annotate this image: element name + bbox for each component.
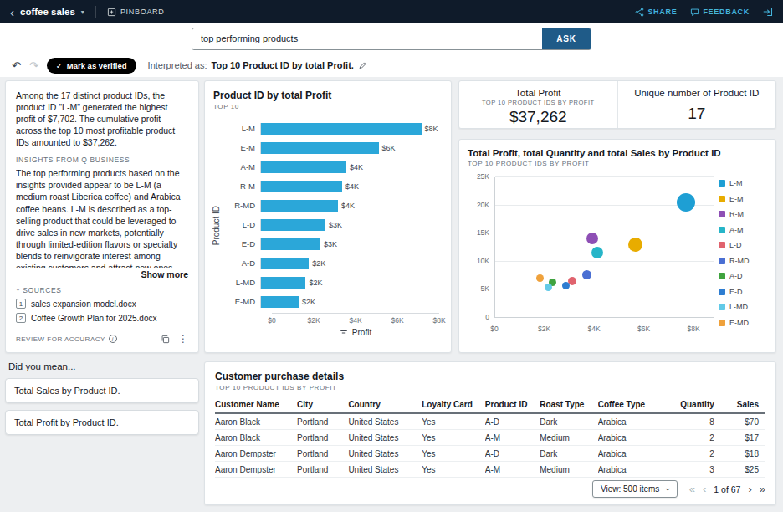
column-header[interactable]: Country — [348, 396, 422, 413]
ask-button[interactable]: ASK — [542, 28, 591, 49]
sign-out-button[interactable] — [763, 7, 773, 17]
bar[interactable] — [261, 277, 305, 289]
chevron-down-icon[interactable]: ▾ — [81, 8, 84, 16]
page-indicator: 1 of 67 — [714, 484, 740, 494]
bar-value-label: $4K — [345, 182, 359, 191]
scatter-point-E-M[interactable] — [628, 238, 642, 252]
bar-row[interactable]: A-M$4K — [225, 157, 443, 176]
bar[interactable] — [261, 219, 325, 231]
bar-row[interactable]: E-MD$2K — [225, 292, 443, 311]
bar-row[interactable]: L-D$3K — [225, 215, 443, 234]
scatter-point-A-M[interactable] — [591, 247, 603, 258]
column-header[interactable]: Roast Type — [540, 396, 597, 413]
bar-row[interactable]: A-D$2K — [225, 253, 443, 273]
column-header[interactable]: Loyalty Card — [422, 396, 485, 413]
bar-row[interactable]: L-M$8K — [225, 119, 443, 138]
next-page-icon[interactable]: › — [748, 483, 751, 494]
column-header[interactable]: Quantity — [670, 396, 721, 413]
view-items-dropdown[interactable]: View: 500 items › — [592, 480, 678, 498]
source-number: 2 — [16, 313, 26, 323]
feedback-button[interactable]: FEEDBACK — [690, 8, 750, 17]
copy-icon[interactable] — [161, 335, 170, 344]
bar-row[interactable]: L-MD$2K — [225, 273, 443, 292]
column-header[interactable]: Sales — [721, 396, 765, 413]
column-header[interactable]: Customer Name — [215, 396, 297, 413]
mark-as-verified-button[interactable]: ✓ Mark as verified — [47, 58, 136, 74]
column-header[interactable]: Product ID — [485, 396, 540, 413]
back-icon[interactable]: ‹ — [10, 6, 14, 18]
bar-value-label: $2K — [309, 279, 322, 287]
legend-item[interactable]: L-M — [719, 179, 767, 187]
scatter-point-L-M[interactable] — [677, 193, 695, 212]
chevron-down-icon: › — [14, 289, 21, 291]
legend-label: E-D — [729, 288, 743, 296]
info-icon[interactable]: i — [109, 335, 117, 343]
scatter-point-R-M[interactable] — [586, 233, 598, 244]
scatter-plot — [494, 177, 714, 318]
table-cell: Medium — [540, 462, 597, 478]
bar[interactable] — [261, 238, 320, 250]
bar-row[interactable]: R-MD$4K — [225, 196, 443, 215]
y-tick-label: 15K — [477, 228, 489, 237]
kebab-menu-icon[interactable]: ⋮ — [178, 334, 188, 344]
bar[interactable] — [261, 142, 379, 154]
last-page-icon[interactable]: » — [760, 483, 765, 494]
table-cell: Arabica — [598, 462, 670, 478]
scatter-chart-title: Total Profit, total Quantity and total S… — [468, 148, 767, 158]
bar-rows: L-M$8KE-M$6KA-M$4KR-M$4KR-MD$4KL-D$3KE-D… — [225, 119, 443, 311]
share-button[interactable]: SHARE — [635, 8, 677, 17]
suggestion-card[interactable]: Total Sales by Product ID. — [5, 378, 199, 403]
source-item[interactable]: 2Coffee Growth Plan for 2025.docx — [16, 313, 188, 323]
legend-item[interactable]: A-D — [719, 272, 767, 280]
column-header[interactable]: Coffee Type — [598, 396, 670, 413]
table-scroll-area[interactable]: Customer NameCityCountryLoyalty CardProd… — [215, 396, 765, 478]
search-input[interactable] — [192, 33, 542, 43]
bar-track: $2K — [260, 296, 427, 308]
bar[interactable] — [261, 258, 309, 269]
sort-icon[interactable] — [340, 329, 348, 337]
table-cell: Aaron Black — [215, 430, 297, 446]
legend-item[interactable]: E-MD — [719, 319, 767, 327]
undo-icon[interactable]: ↶ — [12, 59, 21, 72]
bar-category-label: L-MD — [225, 278, 260, 287]
legend-item[interactable]: E-D — [719, 288, 767, 296]
legend-item[interactable]: A-M — [719, 226, 767, 234]
bar-row[interactable]: E-M$6K — [225, 138, 443, 157]
scatter-point-L-MD[interactable] — [545, 284, 552, 291]
suggestion-card[interactable]: Total Profit by Product ID. — [5, 410, 199, 435]
bar-value-label: $8K — [425, 125, 438, 133]
bar-row[interactable]: E-D$3K — [225, 234, 443, 253]
mark-as-verified-label: Mark as verified — [67, 61, 127, 70]
show-more-link[interactable]: Show more — [16, 269, 188, 279]
kpi-subtitle: TOP 10 PRODUCT IDS BY PROFIT — [464, 99, 612, 106]
legend-item[interactable]: R-MD — [719, 257, 767, 265]
legend-item[interactable]: R-M — [719, 210, 767, 218]
legend-swatch — [719, 211, 725, 217]
source-item[interactable]: 1sales expansion model.docx — [16, 299, 188, 309]
previous-page-icon[interactable]: ‹ — [703, 483, 706, 494]
bar[interactable] — [261, 181, 342, 192]
interpreted-text: Top 10 Product ID by total Profit. — [212, 60, 354, 70]
sources-header-label: SOURCES — [23, 286, 61, 294]
legend-item[interactable]: E-M — [719, 195, 767, 203]
legend-item[interactable]: L-MD — [719, 303, 767, 311]
first-page-icon[interactable]: « — [689, 483, 695, 494]
pinboard-button[interactable]: PINBOARD — [107, 8, 165, 17]
legend-item[interactable]: L-D — [719, 241, 767, 249]
edit-pencil-icon[interactable] — [358, 61, 367, 70]
pinboard-title[interactable]: coffee sales — [20, 7, 75, 17]
bar[interactable] — [261, 200, 338, 212]
bar-track: $8K — [260, 123, 427, 135]
bar[interactable] — [261, 123, 422, 135]
redo-icon[interactable]: ↷ — [29, 59, 38, 72]
sources-toggle[interactable]: › SOURCES — [16, 286, 188, 294]
bar[interactable] — [261, 296, 299, 308]
table-cell: Ireland — [348, 478, 422, 478]
scatter-point-E-D[interactable] — [562, 282, 570, 289]
bar[interactable] — [261, 161, 346, 173]
scatter-point-R-MD[interactable] — [582, 270, 591, 279]
scatter-point-E-MD[interactable] — [536, 274, 544, 282]
bar-row[interactable]: R-M$4K — [225, 176, 443, 196]
bar-category-label: L-D — [225, 220, 260, 229]
column-header[interactable]: City — [297, 396, 348, 413]
